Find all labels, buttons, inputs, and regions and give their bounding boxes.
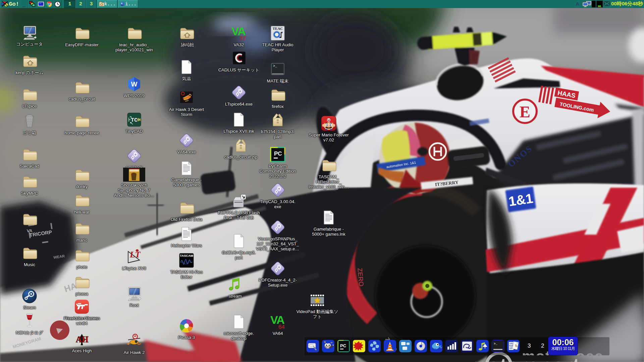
svg-text:PC: PC bbox=[340, 343, 346, 348]
svg-text:>_: >_ bbox=[494, 342, 497, 346]
svg-text:101: 101 bbox=[509, 343, 513, 345]
svg-text:E: E bbox=[520, 103, 530, 121]
